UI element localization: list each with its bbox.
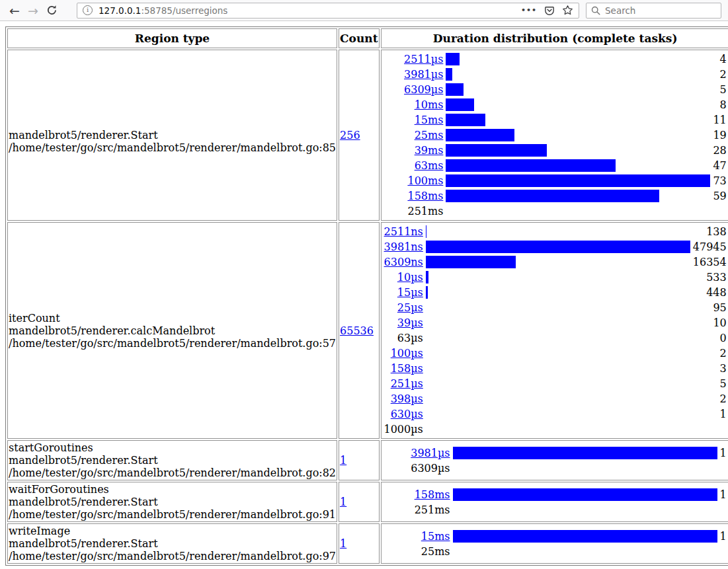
duration-histogram: 2511µs43981µs26309µs510ms815ms1125ms1939…: [382, 51, 728, 219]
region-type-line: [9, 116, 336, 129]
bucket-label-cell: 100µs: [384, 346, 424, 360]
column-header: Count: [339, 28, 379, 48]
bucket-label-cell: 63µs: [384, 331, 424, 345]
url-bar[interactable]: i 127.0.0.1:58785/userregions •••: [77, 3, 579, 19]
bucket-range-link[interactable]: 2511µs: [404, 53, 443, 65]
forward-button[interactable]: →: [24, 1, 42, 20]
histogram-row: 251µs5: [384, 377, 727, 391]
bucket-range-link[interactable]: 3981µs: [411, 447, 450, 459]
count-link[interactable]: 65536: [340, 324, 374, 337]
bucket-label-cell: 15µs: [384, 285, 424, 299]
histogram-row: 39ms28: [384, 143, 727, 157]
search-box[interactable]: Search: [586, 3, 721, 19]
count-link[interactable]: 1: [340, 454, 346, 467]
duration-histogram: 158ms1251ms: [382, 486, 728, 518]
region-type-line: iterCount: [9, 312, 336, 324]
final-tick-label: 251ms: [384, 204, 444, 218]
url-text[interactable]: 127.0.0.1:58785/userregions: [99, 5, 514, 16]
bucket-range-link[interactable]: 251µs: [391, 377, 423, 390]
histogram-row: 158ms1: [384, 488, 727, 502]
bucket-range-link[interactable]: 6309ns: [384, 256, 423, 268]
bucket-range-link[interactable]: 39µs: [397, 317, 423, 329]
bucket-bar-cell: [452, 529, 718, 543]
histogram-bar: [446, 174, 710, 187]
histogram-row: 63ms47: [384, 159, 727, 172]
url-host: 127.0.0.1: [99, 5, 141, 16]
histogram-row: 158µs3: [384, 361, 727, 375]
bucket-range-link[interactable]: 10µs: [397, 271, 423, 284]
bucket-count-cell: 28: [712, 143, 727, 157]
region-type-line: startGoroutines: [9, 441, 336, 454]
bucket-range-link[interactable]: 6309µs: [404, 83, 443, 96]
histogram-row: 25µs95: [384, 301, 727, 315]
bucket-label-cell: 39ms: [384, 143, 444, 157]
bookmark-star-icon[interactable]: [562, 5, 573, 16]
bucket-count-cell: 533: [692, 270, 727, 284]
bucket-range-link[interactable]: 15ms: [421, 530, 450, 543]
bucket-range-link[interactable]: 158µs: [391, 362, 423, 375]
bucket-range-link[interactable]: 630µs: [391, 408, 423, 420]
count-link[interactable]: 1: [340, 496, 346, 508]
bucket-bar-cell: [425, 225, 691, 239]
back-button[interactable]: ←: [5, 1, 24, 20]
bucket-range-link[interactable]: 158ms: [407, 190, 443, 202]
histogram-row: 15µs448: [384, 285, 727, 299]
reload-button[interactable]: [42, 1, 61, 20]
bucket-range-link[interactable]: 398µs: [391, 393, 423, 405]
bucket-label-cell: 3981ns: [384, 240, 424, 254]
bucket-bar-cell: [425, 285, 691, 299]
count-link[interactable]: 256: [340, 129, 360, 141]
region-type-line: mandelbrot5/renderer.Start: [9, 496, 336, 508]
bucket-bar-cell: [445, 52, 711, 66]
bucket-count-cell: 73: [712, 174, 727, 188]
bucket-count-cell: 2: [692, 346, 727, 360]
bucket-count-cell: 19: [712, 128, 727, 142]
bucket-count-cell: 47945: [692, 240, 727, 254]
bucket-bar-cell: [445, 98, 711, 112]
bucket-count-cell: 1: [719, 529, 727, 543]
bucket-range-link[interactable]: 15ms: [415, 114, 444, 126]
bucket-range-link[interactable]: 15µs: [397, 286, 423, 299]
bucket-count-cell: 3: [692, 361, 727, 375]
site-info-icon[interactable]: i: [83, 5, 93, 15]
histogram-row: 10ms8: [384, 98, 727, 112]
bucket-count-cell: 4: [712, 52, 727, 66]
bucket-range-link[interactable]: 158ms: [415, 488, 450, 501]
histogram-bar: [426, 241, 690, 253]
count-cell: 65536: [339, 222, 379, 439]
bucket-count-cell: 1: [719, 488, 727, 502]
histogram-bar: [453, 488, 717, 501]
bucket-range-link[interactable]: 25µs: [397, 301, 423, 314]
bucket-label-cell: 15ms: [384, 113, 444, 127]
bucket-range-link[interactable]: 100µs: [391, 347, 423, 360]
bucket-bar-cell: [425, 240, 691, 254]
bucket-label-cell: 158µs: [384, 361, 424, 375]
histogram-bar: [446, 114, 485, 126]
bucket-label-cell: 2511ns: [384, 225, 424, 239]
bucket-count-cell: 95: [692, 301, 727, 315]
pocket-icon[interactable]: [544, 5, 555, 16]
bucket-count-cell: 8: [712, 98, 727, 112]
bucket-range-link[interactable]: 25ms: [415, 129, 444, 141]
region-type-line: mandelbrot5/renderer.Start: [9, 537, 336, 550]
histogram-bar: [446, 129, 514, 141]
bucket-range-link[interactable]: 3981ns: [384, 241, 423, 253]
count-cell: 1: [339, 440, 379, 480]
histogram-cell: 158ms1251ms: [381, 482, 728, 522]
bucket-bar-cell: [425, 392, 691, 406]
bucket-range-link[interactable]: 10ms: [415, 98, 444, 111]
count-cell: 1: [339, 482, 379, 522]
bucket-range-link[interactable]: 63ms: [415, 159, 444, 172]
bucket-bar-cell: [445, 143, 711, 157]
bucket-range-link[interactable]: 3981µs: [404, 68, 443, 81]
count-link[interactable]: 1: [340, 537, 346, 550]
bucket-range-link[interactable]: 100ms: [407, 174, 443, 187]
page-actions-icon[interactable]: •••: [521, 6, 537, 15]
histogram-row: 2511ns138: [384, 225, 727, 239]
final-tick-label: 251ms: [384, 503, 451, 517]
bucket-range-link[interactable]: 2511ns: [384, 225, 423, 238]
bucket-range-link[interactable]: 39ms: [415, 144, 444, 157]
bucket-bar-cell: [445, 113, 711, 127]
histogram-final-row: 6309µs: [384, 461, 727, 475]
histogram-cell: 2511ns1383981ns479456309ns1635410µs53315…: [381, 222, 728, 439]
